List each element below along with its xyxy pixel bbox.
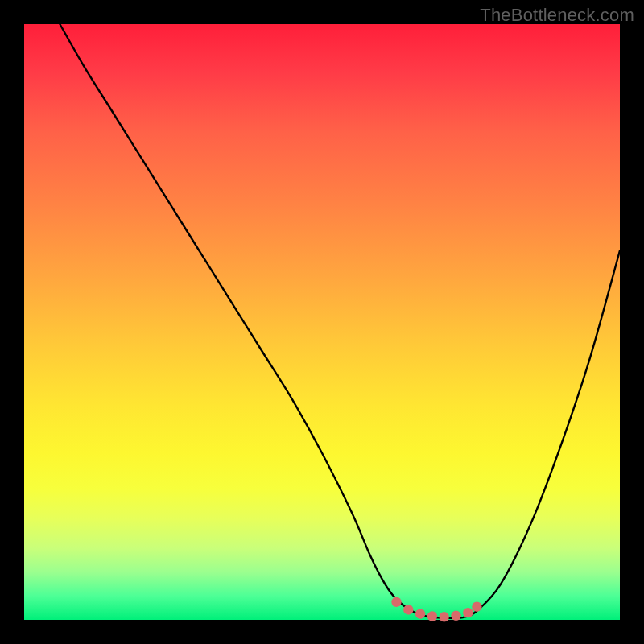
curve-marker: [427, 611, 437, 621]
curve-marker: [463, 608, 473, 617]
markers-group: [391, 597, 481, 622]
bottleneck-curve: [60, 24, 620, 618]
curve-marker: [415, 609, 425, 618]
curve-marker: [451, 611, 460, 621]
curve-svg: [24, 24, 620, 620]
watermark-text: TheBottleneck.com: [480, 5, 634, 26]
chart-frame: TheBottleneck.com: [0, 0, 644, 644]
curve-marker: [472, 602, 481, 612]
curve-marker: [440, 612, 449, 621]
curve-marker: [391, 597, 401, 607]
plot-area: [24, 24, 620, 620]
curve-marker: [403, 605, 413, 614]
